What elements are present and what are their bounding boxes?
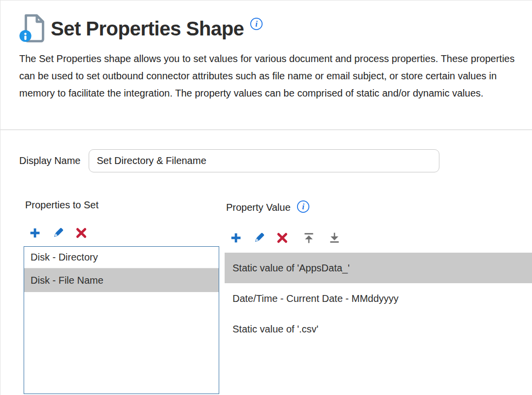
move-to-bottom-icon [328, 231, 341, 244]
svg-text:i: i [256, 19, 258, 29]
pencil-icon [253, 231, 266, 244]
properties-list: Disk - Directory Disk - File Name [24, 246, 219, 394]
list-item-label: Static value of 'AppsData_' [233, 263, 350, 274]
edit-value-button[interactable] [253, 231, 266, 244]
edit-property-button[interactable] [52, 227, 65, 239]
move-to-top-icon [302, 231, 315, 244]
page-title: Set Properties Shape [51, 13, 244, 44]
properties-heading: Properties to Set [25, 199, 219, 211]
list-item[interactable]: Disk - File Name [24, 268, 219, 292]
info-icon[interactable]: i [250, 17, 263, 33]
description-text: The Set Properties shape allows you to s… [19, 50, 516, 102]
plus-icon [29, 227, 41, 239]
move-to-top-button[interactable] [302, 231, 315, 244]
display-name-input[interactable] [89, 149, 439, 172]
values-heading-row: Property Value i [226, 199, 532, 216]
move-to-bottom-button[interactable] [328, 231, 341, 244]
list-item[interactable]: Disk - Directory [24, 247, 219, 268]
list-item[interactable]: Static value of 'AppsData_' [225, 253, 532, 283]
list-item[interactable]: Static value of '.csv' [225, 314, 532, 344]
values-list: Static value of 'AppsData_' Date/Time - … [225, 253, 532, 344]
add-value-button[interactable] [230, 231, 242, 244]
delete-value-button[interactable] [276, 231, 289, 244]
plus-icon [230, 231, 242, 244]
info-icon[interactable]: i [291, 199, 310, 216]
values-heading: Property Value [226, 201, 291, 213]
svg-text:i: i [302, 202, 304, 211]
x-icon [75, 227, 88, 239]
header: Set Properties Shape i The Set Propertie… [0, 0, 532, 102]
title-row: Set Properties Shape i [19, 13, 513, 44]
properties-panel: Properties to Set [24, 199, 219, 394]
list-item-label: Disk - File Name [31, 275, 103, 286]
set-properties-dialog: Set Properties Shape i The Set Propertie… [0, 0, 532, 395]
add-property-button[interactable] [29, 227, 41, 239]
properties-toolbar [29, 227, 219, 239]
display-name-row: Display Name [19, 149, 532, 172]
divider [0, 130, 532, 130]
delete-property-button[interactable] [75, 227, 88, 239]
display-name-label: Display Name [19, 155, 80, 166]
pencil-icon [52, 227, 65, 239]
list-item-label: Disk - Directory [31, 252, 98, 263]
values-toolbar [230, 231, 532, 244]
list-item[interactable]: Date/Time - Current Date - MMddyyyy [225, 283, 532, 314]
values-panel: Property Value i [225, 199, 532, 344]
list-item-label: Date/Time - Current Date - MMddyyyy [233, 293, 399, 304]
panels: Properties to Set [0, 199, 532, 394]
x-icon [276, 231, 289, 244]
list-item-label: Static value of '.csv' [233, 324, 318, 335]
document-info-icon [19, 13, 48, 44]
